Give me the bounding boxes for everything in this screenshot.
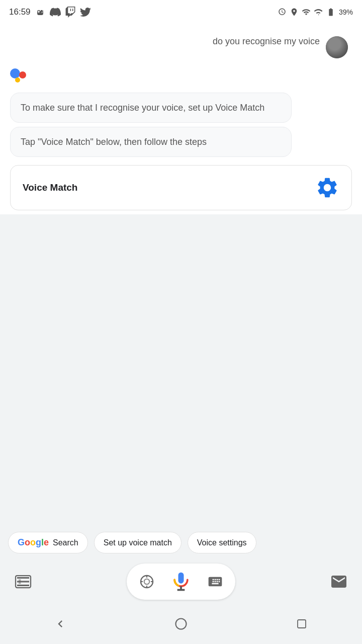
user-message-row: do you recognise my voice <box>10 32 352 58</box>
google-assistant-logo <box>10 68 34 85</box>
battery-status-icon <box>326 8 336 17</box>
svg-point-2 <box>144 579 150 585</box>
twitch-icon <box>65 7 76 18</box>
battery-percent: 39% <box>339 8 353 16</box>
location-status-icon <box>290 8 299 17</box>
status-right: 39% <box>278 8 353 17</box>
assistant-header <box>10 68 352 85</box>
lens-button[interactable] <box>137 572 157 592</box>
voice-settings-chip[interactable]: Voice settings <box>188 532 256 553</box>
dot-red <box>19 71 26 78</box>
mic-bar <box>0 559 362 608</box>
gamepad-icon <box>35 7 46 18</box>
dot-blue <box>10 68 20 78</box>
microphone-button[interactable] <box>167 568 195 596</box>
search-chip[interactable]: Google Search <box>8 532 88 553</box>
status-bar: 16:59 39% <box>0 0 362 24</box>
svg-point-10 <box>176 619 187 629</box>
voice-settings-label: Voice settings <box>197 538 247 547</box>
status-left: 16:59 <box>9 7 91 18</box>
alarm-status-icon <box>278 8 287 17</box>
setup-voice-match-label: Set up voice match <box>104 538 172 547</box>
keyboard-button[interactable] <box>205 572 225 592</box>
setup-voice-match-chip[interactable]: Set up voice match <box>94 532 182 553</box>
nav-bar <box>0 608 362 644</box>
dot-yellow <box>15 77 20 83</box>
conversation-area: do you recognise my voice To make sure t… <box>0 24 362 214</box>
twitter-icon <box>80 7 91 18</box>
voice-match-label: Voice Match <box>23 182 77 193</box>
svg-rect-7 <box>178 573 184 584</box>
assistant-bubbles: To make sure that I recognise your voice… <box>10 93 352 157</box>
suggestions-row: Google Search Set up voice match Voice s… <box>0 524 362 559</box>
user-message-text: do you recognise my voice <box>213 36 320 47</box>
discord-icon <box>50 7 61 18</box>
mic-center-group <box>127 564 235 600</box>
user-avatar <box>326 36 348 58</box>
assistant-bubble-1: To make sure that I recognise your voice… <box>10 93 292 123</box>
back-button[interactable] <box>50 614 70 634</box>
voice-match-card[interactable]: Voice Match <box>10 165 352 210</box>
wifi-status-icon <box>302 8 311 17</box>
search-chip-label: Search <box>53 538 78 547</box>
google-logo: Google <box>18 537 49 548</box>
signal-status-icon <box>314 8 323 17</box>
time-display: 16:59 <box>9 7 31 17</box>
svg-rect-11 <box>298 620 306 628</box>
mail-button[interactable] <box>326 569 352 595</box>
recents-button[interactable] <box>292 614 312 634</box>
settings-gear-icon[interactable] <box>315 176 339 200</box>
assistant-cards-icon[interactable] <box>10 569 36 595</box>
assistant-bubble-2: Tap "Voice Match" below, then follow the… <box>10 127 292 157</box>
spacer-area <box>0 214 362 524</box>
home-button[interactable] <box>171 614 191 634</box>
